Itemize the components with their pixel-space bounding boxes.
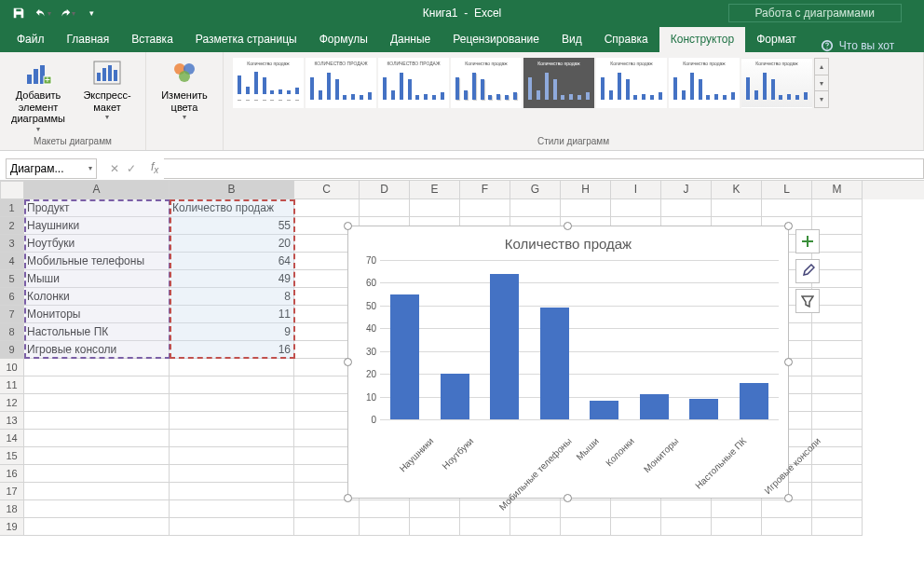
chart-bar[interactable] [540, 308, 569, 419]
enter-icon[interactable]: ✓ [127, 162, 136, 175]
quick-layout-button[interactable]: Экспресс-макет ▾ [75, 56, 140, 123]
row-header-12[interactable]: 12 [0, 394, 24, 412]
resize-handle[interactable] [344, 494, 352, 502]
name-box[interactable]: Диаграм...▾ [6, 158, 97, 179]
cell-I19[interactable] [611, 518, 661, 536]
cell-H1[interactable] [561, 199, 611, 217]
chart-elements-button[interactable] [795, 229, 820, 253]
chart-styles-button[interactable] [795, 259, 820, 283]
cell-M2[interactable] [812, 217, 863, 235]
cell-B2[interactable]: 55 [170, 217, 294, 235]
tab-view[interactable]: Вид [550, 27, 593, 52]
chart-filters-button[interactable] [795, 289, 820, 313]
tab-design[interactable]: Конструктор [659, 27, 745, 52]
qat-customize-button[interactable]: ▾ [80, 2, 102, 24]
cell-B8[interactable]: 9 [170, 323, 294, 341]
cell-M9[interactable] [812, 341, 863, 359]
cell-A5[interactable]: Мыши [24, 270, 170, 288]
row-header-17[interactable]: 17 [0, 483, 24, 500]
cell-B7[interactable]: 11 [170, 306, 294, 323]
row-header-2[interactable]: 2 [0, 217, 24, 235]
cell-A11[interactable] [24, 376, 170, 394]
col-header-H[interactable]: H [561, 181, 611, 199]
row-header-15[interactable]: 15 [0, 447, 24, 465]
col-header-B[interactable]: B [170, 181, 294, 199]
col-header-A[interactable]: A [24, 181, 170, 199]
row-header-1[interactable]: 1 [0, 199, 24, 217]
tab-formulas[interactable]: Формулы [308, 27, 379, 52]
cell-C1[interactable] [294, 199, 360, 217]
chart-bar[interactable] [490, 274, 519, 419]
chart-style-2[interactable]: КОЛИЧЕСТВО ПРОДАЖ [306, 58, 376, 108]
cell-A15[interactable] [24, 447, 170, 465]
cell-F1[interactable] [460, 199, 510, 217]
chart-plot-area[interactable]: 010203040506070 [380, 260, 779, 419]
row-header-5[interactable]: 5 [0, 270, 24, 288]
cell-A6[interactable]: Колонки [24, 288, 170, 306]
cell-B18[interactable] [170, 500, 294, 518]
col-header-L[interactable]: L [762, 181, 812, 199]
tab-review[interactable]: Рецензирование [442, 27, 550, 52]
resize-handle[interactable] [784, 494, 793, 502]
embedded-chart[interactable]: Количество продаж010203040506070Наушники… [347, 226, 789, 499]
cell-M8[interactable] [812, 323, 863, 341]
row-header-3[interactable]: 3 [0, 235, 24, 253]
cell-M5[interactable] [812, 270, 863, 288]
cell-F19[interactable] [460, 518, 510, 536]
cell-B19[interactable] [170, 518, 294, 536]
cell-B16[interactable] [170, 465, 294, 483]
row-header-14[interactable]: 14 [0, 430, 24, 447]
row-header-6[interactable]: 6 [0, 288, 24, 306]
cell-A1[interactable]: Продукт [24, 199, 170, 217]
styles-gallery-more[interactable]: ▴▾▾ [814, 58, 829, 108]
cell-L1[interactable] [762, 199, 812, 217]
cell-M7[interactable] [812, 306, 863, 323]
row-header-7[interactable]: 7 [0, 306, 24, 323]
tab-format[interactable]: Формат [745, 27, 808, 52]
chart-style-8[interactable]: Количество продаж [741, 58, 812, 108]
cell-G1[interactable] [510, 199, 561, 217]
add-chart-element-button[interactable]: + Добавить элемент диаграммы ▾ [6, 56, 71, 135]
cell-A10[interactable] [24, 359, 170, 376]
formula-input[interactable] [164, 158, 924, 179]
cell-B6[interactable]: 8 [170, 288, 294, 306]
cell-A19[interactable] [24, 518, 170, 536]
cell-B4[interactable]: 64 [170, 253, 294, 270]
tab-insert[interactable]: Вставка [120, 27, 184, 52]
qat-redo-button[interactable]: ▾ [56, 2, 78, 24]
resize-handle[interactable] [344, 222, 352, 230]
chart-bar[interactable] [441, 374, 469, 419]
cell-B11[interactable] [170, 376, 294, 394]
cell-A8[interactable]: Настольные ПК [24, 323, 170, 341]
col-header-K[interactable]: K [712, 181, 762, 199]
cell-A17[interactable] [24, 483, 170, 500]
cell-C19[interactable] [294, 518, 360, 536]
col-header-I[interactable]: I [611, 181, 661, 199]
tab-file[interactable]: Файл [6, 27, 56, 52]
cell-I1[interactable] [611, 199, 661, 217]
cell-A9[interactable]: Игровые консоли [24, 341, 170, 359]
change-colors-button[interactable]: Изменить цвета ▾ [152, 56, 217, 123]
cell-D18[interactable] [360, 500, 410, 518]
cell-J19[interactable] [661, 518, 712, 536]
cancel-icon[interactable]: ✕ [110, 162, 119, 175]
resize-handle[interactable] [344, 358, 352, 366]
row-header-8[interactable]: 8 [0, 323, 24, 341]
cell-A3[interactable]: Ноутбуки [24, 235, 170, 253]
cell-D19[interactable] [360, 518, 410, 536]
cell-B17[interactable] [170, 483, 294, 500]
cell-A4[interactable]: Мобильные телефоны [24, 253, 170, 270]
cell-M10[interactable] [812, 359, 863, 376]
cell-M1[interactable] [812, 199, 863, 217]
chart-bar[interactable] [689, 399, 718, 419]
row-header-10[interactable]: 10 [0, 359, 24, 376]
cell-K1[interactable] [712, 199, 762, 217]
resize-handle[interactable] [784, 222, 793, 230]
cell-M3[interactable] [812, 235, 863, 253]
tab-home[interactable]: Главная [56, 27, 121, 52]
worksheet[interactable]: ABCDEFGHIJKLM1ПродуктКоличество продаж2Н… [0, 181, 924, 536]
chart-style-3[interactable]: КОЛИЧЕСТВО ПРОДАЖ [378, 58, 449, 108]
qat-save-button[interactable] [7, 2, 30, 24]
chart-style-6[interactable]: Количество продаж [596, 58, 667, 108]
resize-handle[interactable] [564, 222, 572, 230]
